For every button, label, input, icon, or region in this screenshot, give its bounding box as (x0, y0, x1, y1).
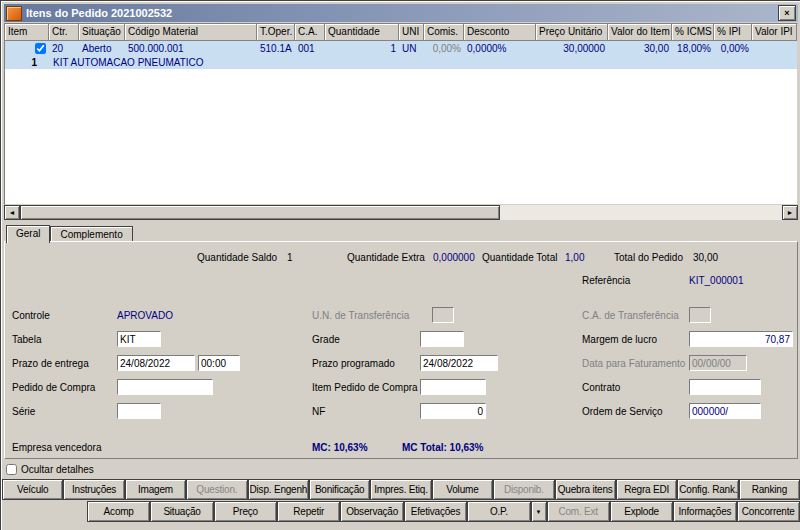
item-description: KIT AUTOMACAO PNEUMATICO (49, 57, 797, 68)
label-referencia: Referência (582, 275, 630, 286)
label-margem-lucro: Margem de lucro (582, 334, 657, 345)
un-transferencia-input (432, 307, 454, 323)
tab-complemento[interactable]: Complemento (50, 226, 132, 241)
scroll-right-button[interactable]: ► (782, 205, 798, 220)
data-faturamento-input (689, 355, 747, 371)
cell-desconto: 0,0000% (464, 43, 536, 54)
disponib-button: Disponib. (493, 479, 554, 500)
app-icon (6, 6, 22, 21)
informacoes-button[interactable]: Informações (673, 501, 736, 522)
column-header-preco-unitario[interactable]: Preço Unitário (536, 24, 608, 41)
nf-input[interactable] (420, 403, 486, 419)
label-quantidade-extra: Quantidade Extra (347, 252, 425, 263)
op-button[interactable]: O.P. (467, 501, 530, 522)
label-total-do-pedido: Total do Pedido (614, 252, 683, 263)
hide-details-checkbox[interactable] (6, 464, 17, 475)
quantidade-total-value: 1,00 (565, 252, 584, 263)
ranking-button[interactable]: Ranking (739, 479, 800, 500)
titlebar[interactable]: Itens do Pedido 2021002532 × (4, 4, 798, 22)
question-button: Question. (186, 479, 247, 500)
close-button[interactable]: × (778, 5, 796, 21)
preco-button[interactable]: Preço (214, 501, 277, 522)
com-ext-button: Com. Ext (547, 501, 610, 522)
column-header-ipi[interactable]: % IPI (714, 24, 752, 41)
situacao-button[interactable]: Situação (150, 501, 213, 522)
item-number: 1 (5, 57, 49, 68)
repetir-button[interactable]: Repetir (277, 501, 340, 522)
margem-lucro-input[interactable] (689, 331, 793, 347)
grade-input[interactable] (420, 331, 464, 347)
explode-button[interactable]: Explode (610, 501, 673, 522)
prazo-entrega-time-input[interactable] (198, 355, 240, 371)
controle-value: APROVADO (117, 310, 173, 321)
column-header-ca[interactable]: C.A. (295, 24, 325, 41)
efetivacoes-button[interactable]: Efetivações (404, 501, 467, 522)
scroll-right-icon: ► (787, 209, 794, 216)
cell-codigo-material: 500.000.001 (125, 43, 257, 54)
tab-geral[interactable]: Geral (6, 225, 50, 243)
prazo-entrega-date-input[interactable] (117, 355, 195, 371)
contrato-input[interactable] (689, 379, 761, 395)
quantidade-extra-value: 0,000000 (433, 252, 475, 263)
op-dropdown-button[interactable]: ▼ (531, 501, 547, 522)
mc-value: MC: 10,63% (312, 442, 368, 453)
cell-item (5, 43, 49, 54)
column-header-desconto[interactable]: Desconto (464, 24, 536, 41)
acomp-button[interactable]: Acomp (87, 501, 150, 522)
cell-situacao: Aberto (79, 43, 125, 54)
scroll-left-button[interactable]: ◄ (4, 205, 20, 220)
cell-t-oper: 510.1A (257, 43, 295, 54)
column-header-t-oper[interactable]: T.Oper. (257, 24, 295, 41)
bonificacao-button[interactable]: Bonificação (309, 479, 370, 500)
row-checkbox[interactable] (35, 43, 46, 54)
cell-preco-unitario: 30,00000 (536, 43, 608, 54)
column-header-codigo-material[interactable]: Código Material (125, 24, 257, 41)
label-prazo-entrega: Prazo de entrega (12, 358, 89, 369)
veiculo-button[interactable]: Veículo (2, 479, 63, 500)
close-icon: × (784, 8, 789, 18)
label-nf: NF (312, 406, 325, 417)
scroll-thumb[interactable] (20, 205, 500, 220)
prazo-programado-input[interactable] (420, 355, 498, 371)
scroll-track[interactable] (500, 205, 782, 220)
column-header-valor-ipi[interactable]: Valor IPI (752, 24, 797, 41)
disp-engenh-button[interactable]: Disp. Engenh. (248, 479, 309, 500)
window: Itens do Pedido 2021002532 × Item Ctr. S… (0, 0, 800, 530)
column-header-uni[interactable]: UNI (399, 24, 424, 41)
label-contrato: Contrato (582, 382, 620, 393)
quebra-itens-button[interactable]: Quebra itens (555, 479, 616, 500)
grid-horizontal-scrollbar[interactable]: ◄ ► (4, 205, 798, 220)
tab-panel-geral: Quantidade Saldo 1 Quantidade Extra 0,00… (4, 241, 798, 459)
imagem-button[interactable]: Imagem (125, 479, 186, 500)
total-do-pedido-value: 30,00 (693, 252, 718, 263)
cell-valor-do-item: 30,00 (608, 43, 672, 54)
table-row[interactable]: 20 Aberto 500.000.001 510.1A 001 1 UN 0,… (5, 41, 797, 69)
column-header-comis[interactable]: Comis. (424, 24, 464, 41)
item-pedido-compra-input[interactable] (420, 379, 486, 395)
column-header-situacao[interactable]: Situação (79, 24, 125, 41)
label-grade: Grade (312, 334, 340, 345)
serie-input[interactable] (117, 403, 161, 419)
observacao-button[interactable]: Observação (340, 501, 403, 522)
volume-button[interactable]: Volume (432, 479, 493, 500)
regra-edi-button[interactable]: Regra EDI (616, 479, 677, 500)
pedido-compra-input[interactable] (117, 379, 213, 395)
column-header-icms[interactable]: % ICMS (672, 24, 714, 41)
column-header-item[interactable]: Item (5, 24, 49, 41)
label-prazo-programado: Prazo programado (312, 358, 395, 369)
referencia-value: KIT_000001 (689, 275, 744, 286)
column-header-ctr[interactable]: Ctr. (49, 24, 79, 41)
instrucoes-button[interactable]: Instruções (63, 479, 124, 500)
config-rank-button[interactable]: Config. Rank. (677, 479, 738, 500)
label-quantidade-total: Quantidade Total (482, 252, 557, 263)
grid-header: Item Ctr. Situação Código Material T.Ope… (5, 24, 797, 41)
label-data-faturamento: Data para Faturamento (582, 358, 685, 369)
tabela-input[interactable] (117, 331, 161, 347)
cell-ipi: 0,00% (714, 43, 752, 54)
ordem-servico-input[interactable] (689, 403, 761, 419)
impres-etiq-button[interactable]: Impres. Etiq. (370, 479, 431, 500)
concorrente-button[interactable]: Concorrente (737, 501, 800, 522)
column-header-quantidade[interactable]: Quantidade (325, 24, 399, 41)
chevron-down-icon: ▼ (536, 509, 542, 515)
column-header-valor-do-item[interactable]: Valor do Item (608, 24, 672, 41)
